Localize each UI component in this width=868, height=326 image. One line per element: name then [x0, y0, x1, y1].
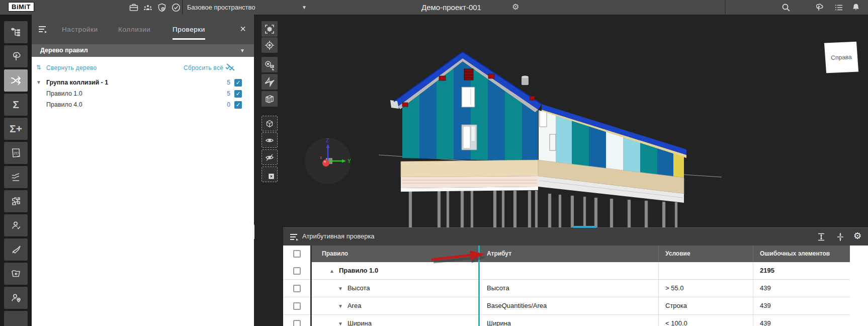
errors-count: 439 — [753, 297, 850, 315]
reset-all-link[interactable]: Сбросить всё — [184, 64, 223, 71]
sidebar-item-model-structure[interactable] — [4, 21, 28, 43]
search-icon[interactable] — [781, 3, 791, 13]
hide-selection-button[interactable] — [262, 149, 278, 165]
main-sidebar: Σ Σ+ 2D — [0, 15, 32, 326]
row-checkbox[interactable] — [283, 297, 310, 315]
project-title: Демо-проект-001 — [421, 3, 481, 12]
table-row[interactable]: ▼Area BaseQuantities/Area Строка 439 — [283, 297, 868, 315]
check-circle-icon[interactable] — [171, 3, 181, 13]
briefcase-icon[interactable] — [129, 3, 139, 13]
sidebar-item-plugins[interactable] — [4, 190, 28, 212]
close-icon[interactable]: × — [240, 24, 246, 34]
sidebar-item-user-location[interactable] — [4, 287, 28, 309]
tree-row-count: 5 — [220, 77, 230, 88]
row-checkbox[interactable] — [283, 280, 310, 297]
select-all-checkbox[interactable] — [283, 246, 310, 262]
section-plane-button[interactable] — [262, 74, 278, 90]
viewport-bottom-indicator[interactable] — [573, 226, 596, 228]
row-checkbox[interactable] — [283, 262, 310, 280]
workspace-selector[interactable]: Базовое пространство — [187, 4, 255, 11]
tree-row-checkbox[interactable]: ✓ — [234, 79, 242, 87]
section-box-button[interactable] — [262, 91, 278, 107]
panel-menu-icon[interactable] — [289, 232, 299, 241]
caret-down-icon[interactable]: ▼ — [36, 77, 41, 88]
caret-up-icon[interactable]: ▲ — [329, 268, 334, 274]
caret-down-icon[interactable]: ▼ — [338, 321, 343, 326]
sidebar-item-more[interactable] — [4, 311, 28, 326]
caret-down-icon[interactable]: ▼ — [338, 286, 343, 291]
fit-to-view-button[interactable] — [262, 21, 278, 37]
tab-collisions[interactable]: Коллизии — [118, 26, 150, 38]
svg-text:2D: 2D — [14, 151, 19, 155]
table-row[interactable]: ▼Ширина Ширина < 100.0 439 — [283, 315, 868, 326]
top-bar: BiMiT Базовое пространство ▼ Демо-проект… — [0, 0, 868, 15]
tree-row-checkbox[interactable]: ✓ — [234, 101, 242, 109]
panel-scrollbar-thumb[interactable] — [252, 224, 254, 239]
list-icon[interactable] — [834, 3, 844, 13]
attribute-value — [480, 262, 658, 280]
bell-icon[interactable] — [851, 3, 861, 13]
collapse-tree-icon[interactable]: ⇅ — [36, 64, 41, 71]
collapse-tree-link[interactable]: Свернуть дерево — [46, 64, 97, 71]
axis-gizmo[interactable]: Z Y x — [305, 138, 351, 184]
shield-user-icon[interactable] — [157, 3, 167, 13]
tree-row-label: Группа коллизий - 1 — [46, 77, 108, 88]
tree-row-label: Правило 4.0 — [46, 99, 82, 110]
locate-target-button[interactable] — [262, 37, 278, 53]
isolate-selection-button[interactable] — [262, 116, 278, 131]
tab-settings[interactable]: Настройки — [62, 26, 98, 38]
attribute-check-header: Атрибутивная проверка ⚙ — [283, 228, 868, 246]
attribute-value: Ширина — [480, 315, 658, 326]
project-settings-gear-icon[interactable]: ⚙ — [512, 3, 519, 11]
measure-tape-button[interactable] — [262, 57, 278, 72]
rule-tree-header-label: Дерево правил — [40, 47, 88, 54]
errors-count: 439 — [753, 315, 850, 326]
table-settings-gear-icon[interactable]: ⚙ — [853, 232, 861, 240]
panel-menu-icon[interactable] — [38, 25, 48, 34]
sidebar-item-totals[interactable]: Σ — [4, 94, 28, 116]
sidebar-item-model-tree[interactable] — [4, 45, 28, 67]
team-icon[interactable] — [143, 3, 153, 13]
axis-y-label: Y — [348, 158, 351, 164]
sidebar-item-folder-export[interactable] — [4, 263, 28, 285]
tree-row-group[interactable]: ▼ Группа коллизий - 1 5 ✓ — [32, 77, 254, 88]
reset-checks-icon[interactable] — [225, 63, 236, 72]
table-header-row: Правило Атрибут Условие Ошибочных элемен… — [283, 246, 868, 262]
collapse-rows-icon[interactable] — [835, 232, 845, 242]
caret-down-icon[interactable]: ▼ — [338, 303, 343, 309]
tree-row-checkbox[interactable]: ✓ — [234, 90, 242, 98]
app-logo[interactable]: BiMiT — [8, 2, 34, 12]
row-checkbox[interactable] — [283, 315, 310, 326]
clear-selection-button[interactable] — [262, 167, 278, 182]
view-cube-label: Справа — [831, 53, 852, 61]
sidebar-item-user-check[interactable] — [4, 214, 28, 236]
rule-name: Высота — [348, 284, 370, 292]
sidebar-item-construction[interactable] — [4, 238, 28, 261]
chevron-down-icon[interactable]: ▼ — [302, 5, 307, 10]
view-cube-face[interactable]: Справа — [824, 42, 858, 73]
condition-value: < 100.0 — [658, 315, 753, 326]
condition-value: Строка — [658, 297, 753, 315]
house-model[interactable] — [347, 43, 734, 229]
column-header-errors[interactable]: Ошибочных элементов — [753, 246, 850, 262]
rule-tree-header[interactable]: Дерево правил ▼ — [32, 44, 254, 57]
show-selection-button[interactable] — [262, 132, 278, 148]
tab-checks[interactable]: Проверки — [172, 26, 205, 40]
rule-name: Правило 1.0 — [339, 267, 378, 274]
attribute-check-panel: Атрибутивная проверка ⚙ Правило Атрибут … — [283, 227, 868, 326]
column-header-condition[interactable]: Условие — [658, 246, 753, 262]
model-tree-icon[interactable] — [814, 3, 824, 13]
tree-row-rule[interactable]: Правило 1.0 5 ✓ — [32, 88, 254, 99]
table-row[interactable]: ▲Правило 1.0 2195 — [283, 262, 868, 280]
tree-row-rule[interactable]: Правило 4.0 0 ✓ — [32, 99, 254, 110]
table-row[interactable]: ▼Высота Высота > 55.0 439 — [283, 280, 868, 297]
sidebar-item-drawings-2d[interactable]: 2D — [4, 142, 28, 164]
axis-x-label: x — [320, 155, 322, 160]
expand-rows-icon[interactable] — [816, 232, 826, 242]
sidebar-item-totals-add[interactable]: Σ+ — [4, 118, 28, 140]
errors-count: 439 — [753, 280, 850, 297]
column-header-attribute[interactable]: Атрибут — [480, 246, 658, 262]
sigma-icon: Σ — [13, 99, 19, 111]
sidebar-item-clash-detection[interactable] — [4, 69, 28, 92]
sidebar-item-charts[interactable] — [4, 166, 28, 188]
